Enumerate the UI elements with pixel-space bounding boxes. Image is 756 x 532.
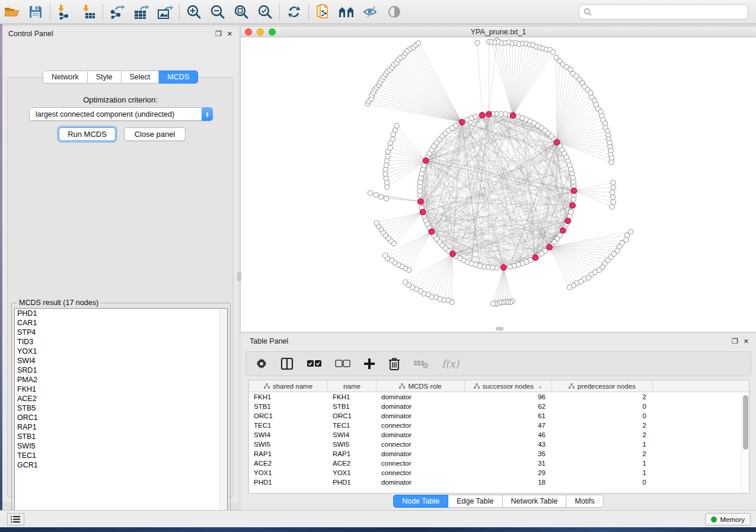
mcds-result-item[interactable]: ORC1	[15, 413, 227, 422]
tab-network-table[interactable]: Network Table	[503, 495, 567, 508]
tab-select[interactable]: Select	[122, 70, 160, 84]
table-row[interactable]: FKH1FKH1dominator962	[249, 392, 749, 402]
table-row[interactable]: PHD1PHD1dominator180	[249, 477, 749, 487]
import-network-button[interactable]	[53, 2, 76, 22]
mcds-result-item[interactable]: PHD1	[15, 309, 227, 318]
select-all-columns-button[interactable]	[307, 355, 322, 372]
search-input[interactable]	[592, 8, 748, 16]
open-file-button[interactable]	[0, 2, 24, 22]
deselect-all-columns-button[interactable]	[335, 355, 350, 372]
close-panel-icon[interactable]: ✕	[744, 338, 749, 345]
memory-label: Memory	[720, 516, 745, 523]
mcds-result-item[interactable]: SWI5	[15, 441, 227, 451]
export-network-icon	[109, 4, 126, 20]
table-row[interactable]: RAP1RAP1dominator352	[249, 449, 749, 459]
add-column-button[interactable]	[363, 355, 375, 372]
table-row[interactable]: SWI4SWI4dominator462	[249, 430, 749, 440]
mcds-result-item[interactable]: SRD1	[15, 366, 227, 375]
table-cell: 18	[465, 479, 552, 486]
criterion-select[interactable]: largest connected component (undirected)…	[29, 107, 213, 121]
first-neighbors-button[interactable]	[335, 2, 359, 22]
table-row[interactable]: ACE2ACE2connector311	[249, 459, 749, 468]
delete-column-button[interactable]	[388, 355, 400, 372]
tab-network[interactable]: Network	[43, 70, 88, 84]
traffic-light-close-icon[interactable]	[245, 28, 252, 36]
export-image-button[interactable]	[153, 2, 177, 22]
mcds-result-item[interactable]: YOX1	[15, 347, 227, 356]
mcds-result-item[interactable]: TID3	[15, 337, 227, 347]
clone-network-button[interactable]	[311, 2, 335, 22]
traffic-light-minimize-icon[interactable]	[257, 28, 264, 36]
mcds-list-scrollbar[interactable]	[219, 309, 227, 520]
table-cell: 2	[552, 393, 653, 400]
hide-selected-button[interactable]	[359, 2, 382, 22]
show-all-button[interactable]	[382, 2, 406, 22]
mcds-result-item[interactable]: STB1	[15, 432, 227, 441]
table-cell: connector	[377, 460, 465, 467]
column-view-button[interactable]	[280, 355, 294, 372]
zoom-out-button[interactable]	[206, 2, 229, 22]
save-session-button[interactable]	[24, 2, 47, 22]
network-canvas[interactable]	[241, 37, 756, 331]
tab-style[interactable]: Style	[88, 70, 122, 84]
mcds-result-list[interactable]: PHD1CAR1STP4TID3YOX1SWI4SRD1PMA2FKH1ACE2…	[14, 308, 228, 520]
mcds-result-item[interactable]: GCR1	[15, 460, 227, 470]
tab-motifs[interactable]: Motifs	[566, 495, 603, 508]
network-window-titlebar[interactable]: YPA_prune.txt_1	[241, 27, 756, 37]
column-header-name[interactable]: name	[328, 380, 377, 392]
node-table[interactable]: shared namenameMCDS rolesuccessor nodes⌄…	[248, 380, 749, 493]
mcds-result-item[interactable]: TEC1	[15, 451, 227, 460]
table-row[interactable]: STB1STB1dominator620	[249, 402, 749, 411]
table-row[interactable]: YOX1YOX1connector291	[249, 468, 749, 477]
column-header-successor-nodes[interactable]: successor nodes⌄	[465, 380, 552, 392]
refresh-button[interactable]	[282, 2, 306, 22]
table-scrollbar[interactable]	[741, 393, 749, 493]
close-panel-button[interactable]: Close panel	[124, 127, 186, 141]
network-horizontal-scrollbar[interactable]	[496, 327, 503, 331]
column-header-shared-name[interactable]: shared name	[249, 380, 328, 392]
mcds-result-item[interactable]: RAP1	[15, 422, 227, 432]
export-table-button[interactable]	[129, 2, 153, 22]
column-header-MCDS-role[interactable]: MCDS role	[377, 380, 465, 392]
tab-node-table[interactable]: Node Table	[393, 495, 448, 508]
memory-button[interactable]: Memory	[705, 513, 751, 525]
column-header-predecessor-nodes[interactable]: predecessor nodes	[552, 380, 653, 392]
table-row[interactable]: ORC1ORC1dominator610	[249, 411, 749, 421]
import-table-button[interactable]	[76, 2, 100, 22]
table-row[interactable]: SWI5SWI5connector431	[249, 440, 749, 449]
table-row[interactable]: TEC1TEC1connector472	[249, 421, 749, 430]
mcds-result-item[interactable]: STB5	[15, 403, 227, 413]
traffic-light-zoom-icon[interactable]	[269, 28, 276, 36]
table-cell: SWI5	[328, 441, 377, 448]
mcds-result-item[interactable]: CAR1	[15, 318, 227, 328]
float-window-icon[interactable]: ❐	[732, 338, 738, 345]
mcds-result-item[interactable]: ACE2	[15, 394, 227, 403]
network-view-window: YPA_prune.txt_1	[241, 27, 756, 332]
tab-edge-table[interactable]: Edge Table	[448, 495, 502, 508]
column-type-icon	[399, 383, 405, 389]
table-cell: dominator	[377, 431, 465, 438]
table-header-row: shared namenameMCDS rolesuccessor nodes⌄…	[249, 380, 749, 392]
zoom-fit-button[interactable]	[229, 2, 253, 22]
network-vertical-scrollbar[interactable]	[237, 272, 241, 281]
mcds-result-item[interactable]: PMA2	[15, 375, 227, 384]
column-header-label: predecessor nodes	[578, 383, 636, 390]
mcds-result-item[interactable]: STP4	[15, 328, 227, 337]
float-window-icon[interactable]: ❐	[215, 30, 222, 37]
table-cell: TEC1	[328, 422, 377, 429]
mcds-result-item[interactable]: FKH1	[15, 384, 227, 394]
export-network-button[interactable]	[106, 2, 129, 22]
zoom-fit-icon	[234, 4, 249, 20]
table-settings-button[interactable]	[256, 355, 267, 372]
task-history-button[interactable]	[7, 513, 24, 525]
tab-mcds[interactable]: MCDS	[159, 70, 198, 84]
mcds-result-item[interactable]: SWI4	[15, 356, 227, 366]
zoom-selected-button[interactable]	[253, 2, 277, 22]
table-cell: ORC1	[328, 412, 377, 419]
run-mcds-button[interactable]: Run MCDS	[59, 127, 116, 141]
close-panel-icon[interactable]: ✕	[227, 31, 232, 37]
table-cell: 35	[465, 450, 552, 457]
search-box[interactable]	[579, 4, 748, 20]
zoom-in-button[interactable]	[182, 2, 206, 22]
table-scrollbar-thumb[interactable]	[743, 395, 748, 450]
